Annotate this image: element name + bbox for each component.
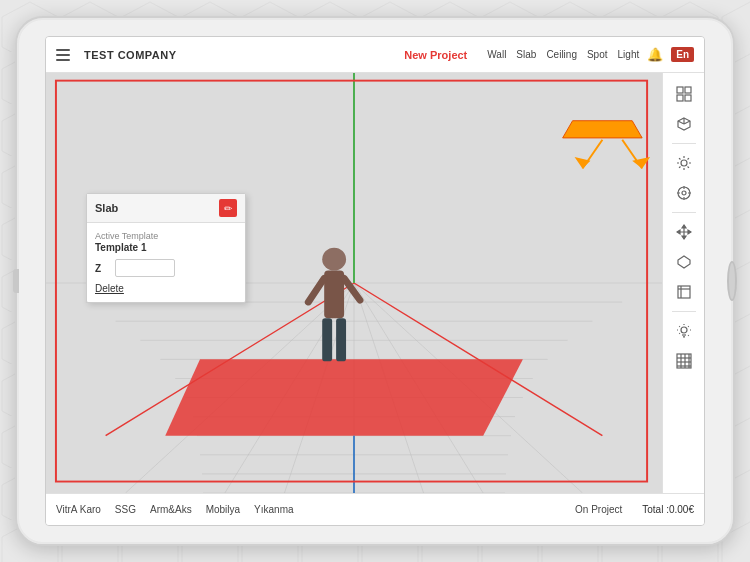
frame-button[interactable] xyxy=(669,279,699,305)
svg-rect-38 xyxy=(685,87,691,93)
delete-button[interactable]: Delete xyxy=(95,283,237,294)
svg-point-31 xyxy=(322,248,346,271)
footer-tabs: VitrA Karo SSG Arm&Aks Mobilya Yıkanma xyxy=(56,504,294,515)
svg-line-43 xyxy=(684,121,690,124)
settings-button[interactable] xyxy=(669,150,699,176)
slab-panel-body: Active Template Template 1 Z Delete xyxy=(87,223,245,302)
nav-wall[interactable]: Wall xyxy=(487,49,506,60)
power-button[interactable] xyxy=(13,269,19,293)
nav-spot[interactable]: Spot xyxy=(587,49,608,60)
grid3d-button[interactable] xyxy=(669,81,699,107)
slab-panel: Slab ✏ Active Template Template 1 Z Dele… xyxy=(86,193,246,303)
svg-line-44 xyxy=(678,121,684,124)
separator-1 xyxy=(672,143,696,144)
footer-tab-vitrakaro[interactable]: VitrA Karo xyxy=(56,504,101,515)
footer-tab-armaks[interactable]: Arm&Aks xyxy=(150,504,192,515)
z-row: Z xyxy=(95,259,237,277)
svg-rect-33 xyxy=(322,318,332,361)
separator-2 xyxy=(672,212,696,213)
home-button[interactable] xyxy=(727,261,737,301)
right-toolbar xyxy=(662,73,704,493)
footer-tab-mobilya[interactable]: Mobilya xyxy=(206,504,240,515)
header: TEST COMPANY New Project Wall Slab Ceili… xyxy=(46,37,704,73)
z-input[interactable] xyxy=(115,259,175,277)
svg-point-62 xyxy=(681,327,687,333)
company-name: TEST COMPANY xyxy=(84,49,177,61)
svg-marker-58 xyxy=(678,256,690,268)
svg-rect-39 xyxy=(677,95,683,101)
separator-3 xyxy=(672,311,696,312)
tablet-device: TEST COMPANY New Project Wall Slab Ceili… xyxy=(15,16,735,546)
cube-button[interactable] xyxy=(669,111,699,137)
svg-point-45 xyxy=(681,160,687,166)
z-label: Z xyxy=(95,263,107,274)
footer-tab-yikanma[interactable]: Yıkanma xyxy=(254,504,293,515)
svg-rect-37 xyxy=(677,87,683,93)
active-template-row: Active Template Template 1 xyxy=(95,231,237,253)
project-title[interactable]: New Project xyxy=(404,49,467,61)
polygon-button[interactable] xyxy=(669,249,699,275)
light-button[interactable] xyxy=(669,318,699,344)
footer: VitrA Karo SSG Arm&Aks Mobilya Yıkanma O… xyxy=(46,493,704,525)
grid-toggle-button[interactable] xyxy=(669,348,699,374)
nav-light[interactable]: Light xyxy=(618,49,640,60)
footer-right: On Project Total :0.00€ xyxy=(575,504,694,515)
svg-marker-55 xyxy=(682,236,686,239)
move-button[interactable] xyxy=(669,219,699,245)
slab-panel-header: Slab ✏ xyxy=(87,194,245,223)
footer-tab-ssg[interactable]: SSG xyxy=(115,504,136,515)
active-template-value: Template 1 xyxy=(95,242,237,253)
nav-ceiling[interactable]: Ceiling xyxy=(546,49,577,60)
slab-edit-button[interactable]: ✏ xyxy=(219,199,237,217)
screen: TEST COMPANY New Project Wall Slab Ceili… xyxy=(45,36,705,526)
canvas-area[interactable]: Slab ✏ Active Template Template 1 Z Dele… xyxy=(46,73,662,493)
svg-marker-56 xyxy=(677,230,680,234)
total-price: Total :0.00€ xyxy=(642,504,694,515)
target-button[interactable] xyxy=(669,180,699,206)
svg-rect-40 xyxy=(685,95,691,101)
svg-point-47 xyxy=(682,191,686,195)
slab-panel-title: Slab xyxy=(95,202,118,214)
svg-marker-54 xyxy=(682,225,686,228)
svg-marker-57 xyxy=(688,230,691,234)
svg-rect-59 xyxy=(678,286,690,298)
active-template-label: Active Template xyxy=(95,231,237,241)
notification-bell-icon[interactable]: 🔔 xyxy=(647,47,663,62)
svg-marker-20 xyxy=(165,359,523,435)
nav-slab[interactable]: Slab xyxy=(516,49,536,60)
menu-icon[interactable] xyxy=(56,49,70,61)
main-area: Slab ✏ Active Template Template 1 Z Dele… xyxy=(46,73,704,493)
language-selector[interactable]: En xyxy=(671,47,694,62)
svg-rect-34 xyxy=(336,318,346,361)
header-nav: Wall Slab Ceiling Spot Light xyxy=(487,49,639,60)
svg-marker-26 xyxy=(563,121,642,138)
on-project-label: On Project xyxy=(575,504,622,515)
